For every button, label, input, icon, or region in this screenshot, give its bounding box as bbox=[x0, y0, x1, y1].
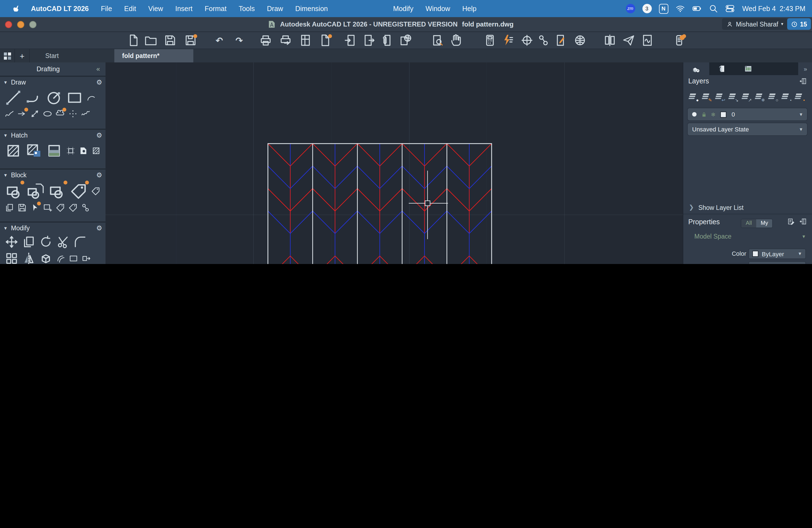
tool-offset[interactable] bbox=[56, 253, 66, 263]
point-style-button[interactable] bbox=[537, 34, 550, 47]
menu-file[interactable]: File bbox=[101, 5, 112, 12]
open-file-button[interactable] bbox=[144, 34, 157, 47]
tool-save-block[interactable] bbox=[17, 203, 27, 212]
notion-icon[interactable]: N bbox=[659, 4, 668, 13]
tool-boundary[interactable] bbox=[66, 146, 76, 156]
menu-view[interactable]: View bbox=[148, 5, 163, 12]
menubar-app-name[interactable]: AutoCAD LT 2026 bbox=[31, 5, 89, 12]
tool-spline[interactable] bbox=[4, 109, 14, 119]
layer-new-button[interactable]: ✎ bbox=[701, 91, 711, 101]
save-as-button[interactable] bbox=[184, 34, 197, 47]
tool-move[interactable] bbox=[4, 235, 19, 249]
geolocation-button[interactable] bbox=[574, 34, 586, 47]
tool-edit-block[interactable] bbox=[47, 182, 66, 201]
menu-dimension[interactable]: Dimension bbox=[295, 5, 328, 12]
attach-reference-button[interactable] bbox=[380, 34, 393, 47]
property-row-layer[interactable]: Layer0▼ bbox=[683, 260, 812, 264]
tool-trim[interactable] bbox=[56, 235, 70, 249]
etransmit-button[interactable] bbox=[399, 34, 412, 47]
tool-gradient[interactable] bbox=[45, 142, 63, 160]
new-file-button[interactable] bbox=[127, 34, 140, 47]
quick-calc-button[interactable] bbox=[483, 34, 497, 47]
tool-revision-cloud[interactable] bbox=[55, 109, 65, 119]
tool-fillet[interactable] bbox=[73, 235, 87, 249]
layer-state-dropdown[interactable]: Unsaved Layer State▼ bbox=[687, 122, 808, 136]
minimize-button[interactable] bbox=[17, 21, 24, 28]
menu-format[interactable]: Format bbox=[205, 5, 227, 12]
zoom-window-button[interactable] bbox=[431, 34, 444, 47]
wifi-icon[interactable] bbox=[675, 4, 685, 13]
tool-hatch[interactable] bbox=[4, 142, 22, 160]
count-button[interactable] bbox=[673, 34, 686, 47]
crosshair-cursor[interactable] bbox=[409, 171, 448, 239]
print-export-button[interactable] bbox=[279, 34, 292, 47]
tool-point[interactable] bbox=[68, 109, 78, 119]
layers-autohide-icon[interactable] bbox=[799, 77, 807, 85]
menu-edit[interactable]: Edit bbox=[124, 5, 136, 12]
tab-fold-pattern[interactable]: fold pattern* bbox=[114, 49, 193, 62]
tool-measure[interactable] bbox=[30, 109, 40, 119]
layer-unlock-button[interactable]: ▪ bbox=[794, 91, 804, 101]
tool-region[interactable] bbox=[78, 146, 88, 156]
tool-replace-block[interactable] bbox=[81, 203, 91, 212]
tab-overview-icon[interactable] bbox=[0, 49, 15, 62]
tool-ellipse[interactable] bbox=[43, 109, 53, 119]
pdf-import-button[interactable] bbox=[555, 34, 568, 47]
tool-insert-block[interactable] bbox=[4, 182, 23, 201]
section-collapse-icon[interactable]: ▼ bbox=[3, 225, 8, 231]
zoom-menubar-icon[interactable]: zm bbox=[626, 4, 635, 13]
layer-match-button[interactable]: ↗ bbox=[741, 91, 751, 101]
section-collapse-icon[interactable]: ▼ bbox=[3, 133, 8, 138]
center-mark-button[interactable] bbox=[520, 34, 534, 47]
import-button[interactable] bbox=[344, 34, 358, 47]
tool-attribute-display[interactable] bbox=[68, 203, 78, 212]
menu-window[interactable]: Window bbox=[425, 5, 450, 12]
tool-mirror[interactable] bbox=[21, 251, 36, 264]
property-row-color[interactable]: ColorByLayer▼ bbox=[683, 248, 812, 260]
notification-3-icon[interactable]: 3 bbox=[642, 4, 652, 13]
spotlight-icon[interactable] bbox=[708, 4, 718, 13]
current-layer-dropdown[interactable]: ❄ 0 ▼ bbox=[687, 108, 808, 121]
new-tab-button[interactable]: + bbox=[15, 49, 30, 62]
properties-context[interactable]: Model Space bbox=[694, 233, 731, 240]
layer-previous-button[interactable]: ↩ bbox=[714, 91, 724, 101]
section-collapse-icon[interactable]: ▼ bbox=[3, 173, 8, 178]
print-button[interactable] bbox=[259, 34, 272, 47]
tool-define-attribute[interactable] bbox=[91, 186, 101, 196]
layer-off-button[interactable]: ○ bbox=[767, 91, 777, 101]
section-gear-icon[interactable]: ⚙ bbox=[96, 224, 102, 232]
menu-modify[interactable]: Modify bbox=[393, 5, 414, 12]
tool-stretch[interactable] bbox=[81, 253, 91, 263]
share-drawing-button[interactable] bbox=[622, 34, 635, 47]
tool-polyline[interactable] bbox=[25, 89, 43, 107]
zoom-button[interactable] bbox=[29, 21, 37, 28]
menu-help[interactable]: Help bbox=[462, 5, 476, 12]
redo-button[interactable]: ↷ bbox=[233, 34, 246, 47]
layer-freeze-button[interactable]: ❄ bbox=[754, 91, 764, 101]
pan-button[interactable] bbox=[450, 34, 463, 47]
tab-sheet-sets[interactable] bbox=[735, 62, 761, 75]
save-button[interactable] bbox=[163, 34, 177, 47]
menu-draw[interactable]: Draw bbox=[267, 5, 283, 12]
export-button[interactable] bbox=[362, 34, 375, 47]
layer-lock-button[interactable]: ▪ bbox=[781, 91, 791, 101]
tool-ray[interactable] bbox=[17, 109, 27, 119]
tool-rectangle[interactable] bbox=[66, 89, 83, 107]
drawing-canvas[interactable]: Y✕ bbox=[105, 62, 683, 264]
tool-rotate[interactable] bbox=[39, 235, 53, 249]
account-menu[interactable]: Mishael Sharaf▾ bbox=[722, 18, 788, 30]
filter-all[interactable]: All bbox=[741, 219, 756, 228]
tool-scale[interactable] bbox=[69, 253, 78, 263]
tool-sync-attributes[interactable] bbox=[55, 203, 65, 212]
trial-days-badge[interactable]: 15 bbox=[787, 18, 811, 30]
tool-array[interactable] bbox=[4, 251, 19, 264]
filter-my[interactable]: My bbox=[756, 219, 772, 228]
show-layer-list[interactable]: ❯Show Layer List bbox=[689, 204, 743, 211]
section-collapse-icon[interactable]: ▼ bbox=[3, 80, 8, 85]
drawing-compare-button[interactable] bbox=[603, 34, 617, 47]
menu-tools[interactable]: Tools bbox=[238, 5, 255, 12]
action-macro-button[interactable] bbox=[502, 34, 515, 47]
tool-block-add[interactable] bbox=[43, 203, 53, 212]
trace-button[interactable] bbox=[641, 34, 654, 47]
page-setup-button[interactable] bbox=[299, 34, 312, 47]
